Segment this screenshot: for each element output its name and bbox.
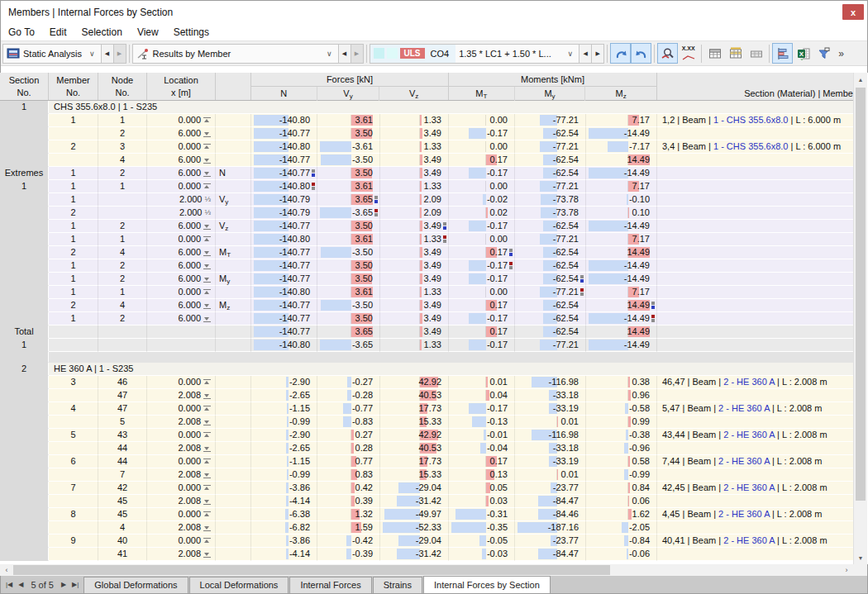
menu-settings[interactable]: Settings (166, 25, 217, 40)
tab-internal-forces[interactable]: Internal Forces (289, 577, 371, 593)
results-dropdown[interactable]: Results by Member ∨ (132, 44, 339, 64)
extreme-type-cell (216, 286, 251, 299)
table-row[interactable]: 72.008-0.990.8315.330.130.01-0.99 (0, 468, 853, 482)
table-row[interactable]: 110.000-140.803.611.330.00-77.217.171,2 … (0, 114, 853, 127)
combo-prev-button[interactable]: ◀ (579, 44, 592, 64)
scroll-up-icon[interactable]: ▲ (854, 73, 867, 86)
extreme-type-cell (216, 389, 251, 402)
table-row[interactable]: 246.000Mz-140.77-3.503.490.17-62.5414.49 (0, 299, 853, 312)
table-row[interactable]: 230.000-140.80-3.611.330.00-77.21-7.173,… (0, 140, 853, 154)
tab-strains[interactable]: Strains (373, 577, 422, 593)
table-row[interactable]: 1110.000-140.803.611.330.00-77.217.17 (0, 180, 853, 193)
table-row[interactable]: 7420.000-3.860.42-29.040.05-23.770.8442,… (0, 482, 853, 495)
value-cell: -140.77 (251, 326, 317, 339)
value-cell: -62.54 (515, 246, 586, 259)
node-no-cell: 5 (98, 416, 147, 429)
table-collapse-button[interactable] (746, 43, 766, 64)
header-location: Locationx [m] (147, 73, 216, 100)
value-cell: 17.73 (380, 402, 449, 416)
table-row[interactable]: 412.008-4.14-0.39-31.42-0.03-84.47-0.06 (0, 548, 853, 561)
table-row[interactable]: 442.008-2.650.2840.53-0.04-33.18-0.96 (0, 442, 853, 455)
menu-edit[interactable]: Edit (42, 25, 74, 40)
table-row[interactable]: 8450.000-6.381.32-49.97-0.31-84.461.624,… (0, 508, 853, 521)
analysis-next-button[interactable]: ▶ (114, 44, 126, 64)
value-cell: 42.92 (380, 429, 449, 442)
table-row[interactable]: 452.008-4.140.39-31.420.03-84.470.06 (0, 495, 853, 508)
table-row[interactable]: 9400.000-3.86-0.42-29.04-0.05-23.77-0.84… (0, 535, 853, 548)
load-combination-dropdown[interactable]: 1.35 * LC1 + 1.50 * L... ∨ (455, 44, 579, 64)
value-cell: 0.96 (586, 389, 657, 402)
result-viewer-button[interactable] (657, 43, 678, 64)
menu-selection[interactable]: Selection (74, 25, 130, 40)
node-no-cell: 44 (98, 442, 147, 455)
results-prev-button[interactable]: ◀ (339, 44, 351, 64)
close-button[interactable]: x (842, 4, 864, 20)
result-values-button[interactable]: X.XX (678, 43, 699, 64)
table-row[interactable]: 126.000Vz-140.773.503.49-0.17-62.54-14.4… (0, 220, 853, 233)
table-group-row[interactable]: 2HE 360 A | 1 - S235 (0, 363, 853, 376)
scroll-right-icon[interactable]: › (840, 566, 853, 574)
value-cell: -0.05 (449, 535, 515, 548)
table-row[interactable]: Total-140.773.653.490.17-62.5414.49 (0, 326, 853, 339)
tab-internal-forces-by-section[interactable]: Internal Forces by Section (423, 576, 551, 593)
table-row[interactable]: 126.000-140.773.503.49-0.17-62.54-14.49 (0, 312, 853, 326)
table-row[interactable]: 110.000-140.803.611.330.00-77.217.17 (0, 233, 853, 246)
next-table-button[interactable]: ▶ (61, 581, 66, 588)
export-excel-button[interactable]: X (793, 43, 813, 64)
section-material-cell: 4,45 | Beam | 2 - HE 360 A | L : 2.008 m (657, 508, 853, 521)
value-cell: -0.17 (449, 402, 515, 416)
section-no-cell (0, 389, 49, 402)
section-material-cell (657, 468, 853, 482)
table-row[interactable]: 26.000-140.773.503.49-0.17-62.54-14.49 (0, 127, 853, 140)
first-table-button[interactable]: |◀ (6, 581, 12, 588)
menu-view[interactable]: View (130, 25, 166, 40)
menu-go-to[interactable]: Go To (1, 25, 42, 40)
tab-global-deformations[interactable]: Global Deformations (83, 577, 188, 593)
table-row[interactable]: 246.000MT-140.77-3.503.490.17-62.5414.49 (0, 246, 853, 259)
table-view-button[interactable] (704, 43, 725, 64)
table-row[interactable]: 126.000My-140.773.503.49-0.17-62.54-14.4… (0, 273, 853, 286)
node-no-cell: 47 (98, 389, 147, 402)
vertical-scrollbar[interactable]: ▲ ▼ (853, 73, 867, 564)
table-row[interactable]: Extremes126.000N-140.773.503.49-0.17-62.… (0, 167, 853, 180)
table-row[interactable]: 110.000-140.803.611.330.00-77.217.17 (0, 286, 853, 299)
jump-previous-object-button[interactable] (610, 43, 631, 64)
table-row[interactable]: 1-140.80-3.651.33-0.17-77.21-14.49 (0, 339, 853, 352)
horizontal-scrollbar[interactable]: ‹ › (0, 564, 853, 576)
table-row[interactable]: 12.000⅓Vy-140.793.652.09-0.02-73.78-0.10 (0, 193, 853, 207)
table-row[interactable]: 42.008-6.821.59-52.33-0.35-187.16-2.05 (0, 521, 853, 535)
table-row[interactable]: 52.008-0.99-0.8315.33-0.130.010.99 (0, 416, 853, 429)
table-row[interactable]: 22.000⅓-140.79-3.652.090.02-73.780.10 (0, 207, 853, 220)
table-row[interactable]: 3460.000-2.90-0.2742.920.01-116.980.3846… (0, 376, 853, 389)
jump-next-object-button[interactable] (631, 43, 651, 64)
filter-button[interactable] (813, 43, 834, 64)
scroll-down-icon[interactable]: ▼ (854, 551, 867, 564)
section-no-cell: 1 (0, 101, 49, 114)
table-group-row[interactable]: 1CHS 355.6x8.0 | 1 - S235 (0, 101, 853, 114)
extreme-type-cell (216, 326, 251, 339)
member-start-icon (203, 483, 211, 492)
value-cell: -140.77 (251, 259, 317, 273)
combo-next-button[interactable]: ▶ (592, 44, 604, 64)
table-row[interactable]: 5430.000-2.900.2742.92-0.01-116.98-0.384… (0, 429, 853, 442)
member-no-cell: 3 (49, 376, 98, 389)
node-no-cell: 3 (98, 140, 147, 154)
prev-table-button[interactable]: ◀ (18, 581, 23, 588)
table-filter-rows-button[interactable] (725, 43, 746, 64)
result-diagram-button[interactable] (772, 43, 793, 64)
last-table-button[interactable]: ▶| (72, 581, 79, 588)
analysis-dropdown[interactable]: Static Analysis ∨ (2, 44, 102, 64)
vertical-scroll-thumb[interactable] (856, 88, 866, 501)
table-row[interactable]: 46.000-140.77-3.503.490.17-62.5414.49 (0, 154, 853, 167)
tab-local-deformations[interactable]: Local Deformations (189, 577, 289, 593)
table-row[interactable]: 472.008-2.65-0.2840.530.04-33.180.96 (0, 389, 853, 402)
toolbar-overflow-chevron[interactable]: » (834, 48, 848, 59)
scroll-left-icon[interactable]: ‹ (0, 566, 13, 574)
horizontal-scroll-thumb[interactable] (13, 565, 610, 575)
table-row[interactable]: 6440.000-1.150.7717.730.17-33.190.587,44… (0, 455, 853, 468)
table-row[interactable]: 4470.000-1.15-0.7717.73-0.17-33.19-0.585… (0, 402, 853, 416)
results-next-button[interactable]: ▶ (351, 44, 364, 64)
table-row[interactable]: 126.000-140.773.503.49-0.17-62.54-14.49 (0, 259, 853, 273)
analysis-prev-button[interactable]: ◀ (102, 44, 114, 64)
value-cell: -3.86 (251, 535, 317, 548)
